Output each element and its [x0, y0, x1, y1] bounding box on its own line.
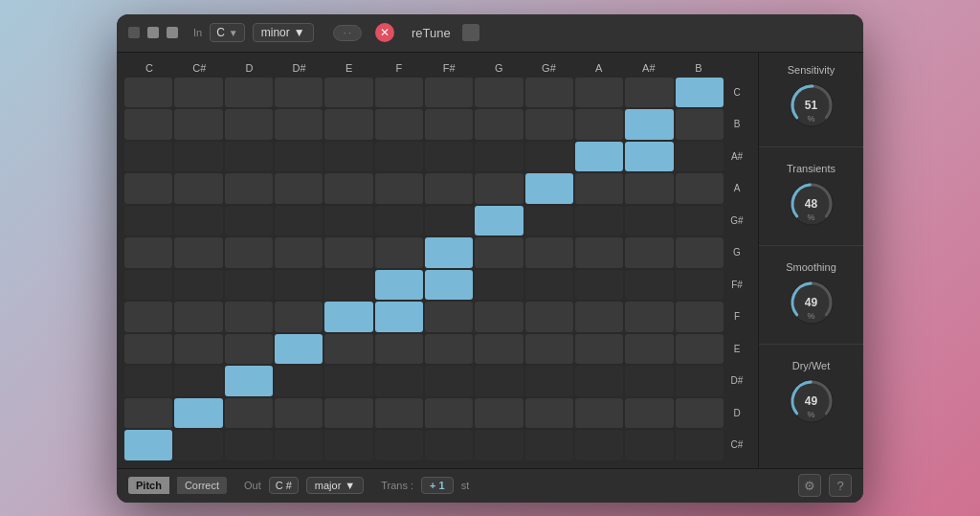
grid-cell[interactable]	[124, 173, 172, 204]
help-button[interactable]: ?	[829, 474, 852, 497]
grid-cell[interactable]	[676, 109, 724, 140]
grid-cell[interactable]	[225, 237, 273, 268]
grid-cell[interactable]	[124, 366, 172, 396]
grid-cell[interactable]	[124, 430, 172, 460]
grid-cell[interactable]	[475, 78, 523, 108]
trans-value[interactable]: + 1	[421, 477, 454, 494]
grid-cell[interactable]	[324, 334, 372, 365]
grid-cell[interactable]	[575, 109, 623, 140]
grid-cell[interactable]	[475, 237, 523, 268]
grid-cell[interactable]	[375, 270, 423, 301]
grid-cell[interactable]	[425, 430, 473, 460]
settings-button[interactable]: ⚙	[798, 474, 821, 497]
grid-cell[interactable]	[174, 142, 222, 172]
grid-cell[interactable]	[225, 334, 273, 365]
key-note-selector[interactable]: C ▼	[210, 23, 245, 42]
grid-cell[interactable]	[525, 302, 573, 332]
grid-cell[interactable]	[375, 173, 423, 204]
grid-cell[interactable]	[324, 430, 372, 460]
knob-0[interactable]: 51%	[786, 79, 837, 131]
grid-cell[interactable]	[575, 78, 623, 108]
grid-cell[interactable]	[124, 302, 172, 332]
out-scale-selector[interactable]: major ▼	[306, 477, 364, 494]
grid-cell[interactable]	[525, 398, 573, 429]
grid-cell[interactable]	[625, 206, 673, 236]
grid-cell[interactable]	[324, 398, 372, 429]
window-normal-btn[interactable]	[147, 27, 159, 38]
grid-cell[interactable]	[676, 334, 724, 365]
grid-cell[interactable]	[275, 142, 323, 172]
window-maximize-btn[interactable]	[167, 27, 178, 38]
grid-cell[interactable]	[625, 366, 673, 396]
grid-cell[interactable]	[375, 78, 423, 108]
grid-cell[interactable]	[525, 78, 573, 108]
grid-cell[interactable]	[575, 173, 623, 204]
grid-cell[interactable]	[124, 270, 172, 301]
grid-cell[interactable]	[575, 398, 623, 429]
grid-cell[interactable]	[174, 206, 222, 236]
grid-cell[interactable]	[275, 270, 323, 301]
grid-cell[interactable]	[324, 142, 372, 172]
grid-cell[interactable]	[324, 302, 372, 332]
grid-cell[interactable]	[375, 398, 423, 429]
grid-cell[interactable]	[375, 302, 423, 332]
grid-cell[interactable]	[225, 302, 273, 332]
grid-cell[interactable]	[575, 270, 623, 301]
grid-cell[interactable]	[625, 334, 673, 365]
grid-cell[interactable]	[525, 270, 573, 301]
grid-cell[interactable]	[174, 334, 222, 365]
grid-cell[interactable]	[425, 366, 473, 396]
grid-cell[interactable]	[324, 109, 372, 140]
grid-cell[interactable]	[275, 398, 323, 429]
grid-cell[interactable]	[575, 302, 623, 332]
pitch-button[interactable]: Pitch	[128, 477, 169, 494]
grid-cell[interactable]	[625, 430, 673, 460]
grid-cell[interactable]	[324, 237, 372, 268]
grid-cell[interactable]	[124, 78, 172, 108]
grid-cell[interactable]	[124, 334, 172, 365]
grid-cell[interactable]	[225, 142, 273, 172]
grid-cell[interactable]	[625, 173, 673, 204]
grid-cell[interactable]	[174, 173, 222, 204]
grid-cell[interactable]	[475, 302, 523, 332]
grid-cell[interactable]	[375, 109, 423, 140]
grid-cell[interactable]	[676, 237, 724, 268]
grid-cell[interactable]	[475, 398, 523, 429]
grid-cell[interactable]	[575, 334, 623, 365]
grid-cell[interactable]	[275, 366, 323, 396]
grid-cell[interactable]	[425, 78, 473, 108]
knob-1[interactable]: 48%	[786, 178, 837, 230]
grid-cell[interactable]	[625, 78, 673, 108]
close-button[interactable]: ✕	[375, 23, 394, 42]
grid-cell[interactable]	[225, 78, 273, 108]
knob-3[interactable]: 49%	[786, 375, 837, 427]
grid-cell[interactable]	[174, 109, 222, 140]
grid-cell[interactable]	[475, 142, 523, 172]
grid-cell[interactable]	[275, 302, 323, 332]
grid-cell[interactable]	[124, 206, 172, 236]
grid-cell[interactable]	[324, 78, 372, 108]
grid-cell[interactable]	[575, 366, 623, 396]
grid-cell[interactable]	[174, 78, 222, 108]
grid-cell[interactable]	[225, 206, 273, 236]
grid-cell[interactable]	[625, 237, 673, 268]
grid-cell[interactable]	[425, 398, 473, 429]
correct-button[interactable]: Correct	[177, 477, 227, 494]
grid-cell[interactable]	[375, 206, 423, 236]
grid-cell[interactable]	[575, 237, 623, 268]
grid-cell[interactable]	[625, 142, 673, 172]
grid-cell[interactable]	[124, 109, 172, 140]
grid-cell[interactable]	[525, 237, 573, 268]
out-key-selector[interactable]: C #	[269, 477, 299, 494]
grid-cell[interactable]	[525, 173, 573, 204]
grid-cell[interactable]	[676, 398, 724, 429]
grid-cell[interactable]	[676, 142, 724, 172]
grid-cell[interactable]	[375, 142, 423, 172]
grid-cell[interactable]	[676, 270, 724, 301]
grid-cell[interactable]	[375, 366, 423, 396]
grid-cell[interactable]	[625, 302, 673, 332]
grid-cell[interactable]	[475, 334, 523, 365]
grid-cell[interactable]	[575, 430, 623, 460]
grid-cell[interactable]	[525, 109, 573, 140]
grid-cell[interactable]	[475, 109, 523, 140]
